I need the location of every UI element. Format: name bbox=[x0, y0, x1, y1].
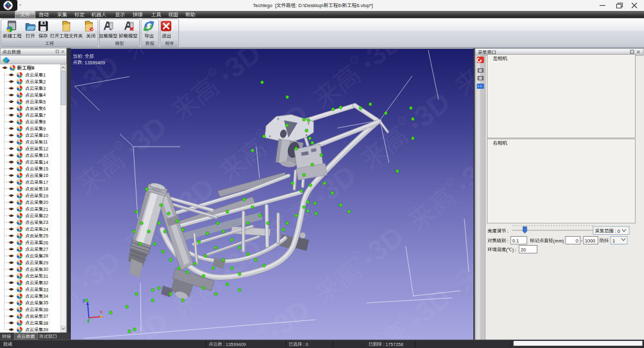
svg-text:: 13599409: : 13599409 bbox=[82, 60, 105, 66]
svg-text:: 1757258: : 1757258 bbox=[382, 342, 403, 347]
svg-text:12: 12 bbox=[43, 147, 48, 151]
svg-text::: : bbox=[506, 238, 509, 244]
svg-text:) :: ) : bbox=[512, 247, 516, 253]
svg-text::: : bbox=[506, 228, 509, 234]
svg-text:6.vtop*]: 6.vtop*] bbox=[357, 3, 373, 8]
svg-text:6: 6 bbox=[32, 65, 34, 71]
svg-text:37: 37 bbox=[43, 314, 48, 318]
svg-text:2: 2 bbox=[43, 80, 46, 84]
svg-text:21: 21 bbox=[43, 207, 48, 212]
svg-text:39: 39 bbox=[43, 327, 48, 332]
svg-text:10: 10 bbox=[43, 133, 48, 138]
svg-text:9: 9 bbox=[43, 127, 46, 131]
svg-text:8: 8 bbox=[43, 120, 46, 124]
svg-text:32: 32 bbox=[43, 280, 48, 285]
svg-text:30: 30 bbox=[43, 267, 48, 271]
svg-text:14: 14 bbox=[43, 160, 48, 165]
svg-text:31: 31 bbox=[43, 274, 48, 279]
svg-text:18: 18 bbox=[43, 187, 48, 191]
svg-text:23: 23 bbox=[43, 220, 48, 224]
svg-text:16: 16 bbox=[43, 173, 48, 178]
svg-text:33: 33 bbox=[43, 288, 48, 292]
svg-text:34: 34 bbox=[43, 294, 48, 298]
svg-text:: 0: : 0 bbox=[302, 342, 308, 347]
svg-text:36: 36 bbox=[43, 307, 48, 312]
svg-text:15: 15 bbox=[43, 167, 48, 171]
svg-text:28: 28 bbox=[43, 253, 48, 258]
svg-text:: D:\Desktop\: : D:\Desktop\ bbox=[296, 3, 324, 8]
svg-text:1: 1 bbox=[43, 73, 46, 77]
svg-text:27: 27 bbox=[43, 247, 48, 252]
svg-text:29: 29 bbox=[43, 261, 48, 265]
svg-text:: 0: : 0 bbox=[614, 228, 620, 234]
svg-text:22: 22 bbox=[43, 214, 48, 218]
svg-text:6\: 6\ bbox=[338, 3, 343, 8]
svg-text:: 13599409: : 13599409 bbox=[222, 342, 246, 347]
svg-text:19: 19 bbox=[43, 194, 48, 198]
svg-text:5: 5 bbox=[43, 100, 46, 104]
svg-text:3: 3 bbox=[43, 86, 46, 91]
svg-text:20: 20 bbox=[43, 200, 48, 205]
svg-text:0: 0 bbox=[576, 238, 578, 244]
svg-text:1: 1 bbox=[612, 238, 615, 244]
svg-text:13: 13 bbox=[43, 153, 48, 158]
svg-text:25: 25 bbox=[43, 234, 48, 238]
svg-text:26: 26 bbox=[43, 241, 48, 245]
svg-text:1000: 1000 bbox=[585, 238, 595, 244]
svg-text:7: 7 bbox=[43, 113, 46, 118]
svg-text:17: 17 bbox=[43, 180, 48, 185]
svg-text:35: 35 bbox=[43, 300, 48, 305]
svg-text:x: x bbox=[100, 309, 102, 315]
svg-text:11: 11 bbox=[43, 140, 48, 144]
svg-text:38: 38 bbox=[43, 321, 48, 325]
svg-text:4: 4 bbox=[43, 93, 46, 97]
svg-text:Techlego [: Techlego [ bbox=[253, 3, 277, 8]
svg-text:(mm) :: (mm) : bbox=[553, 238, 567, 244]
svg-text:20: 20 bbox=[521, 247, 526, 253]
svg-text:6: 6 bbox=[43, 106, 46, 111]
svg-text:y: y bbox=[82, 297, 85, 303]
svg-text::: : bbox=[82, 53, 84, 59]
svg-text:24: 24 bbox=[43, 227, 48, 232]
svg-text:0.1: 0.1 bbox=[513, 238, 519, 244]
